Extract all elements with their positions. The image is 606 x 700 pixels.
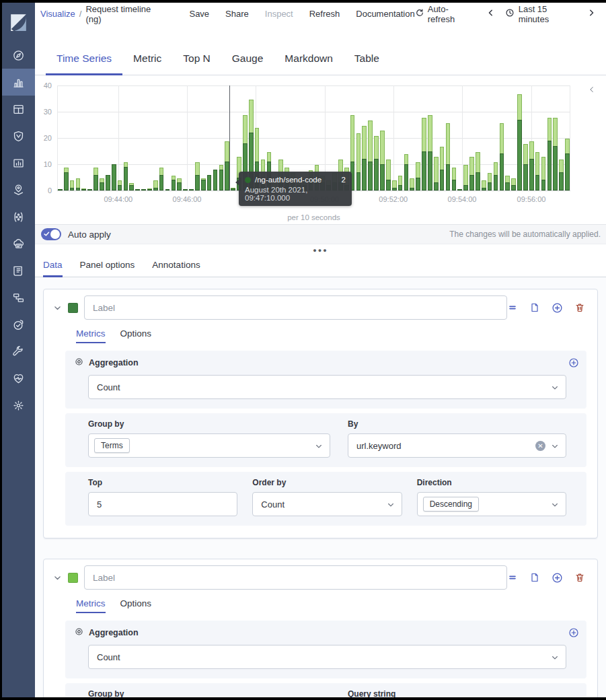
menu-save[interactable]: Save	[189, 9, 209, 19]
bar[interactable]	[457, 189, 462, 190]
bar[interactable]	[422, 118, 426, 190]
series-color-swatch[interactable]	[68, 303, 78, 313]
bar[interactable]	[219, 165, 224, 190]
direction-select[interactable]: Descending	[417, 492, 566, 516]
bar[interactable]	[58, 189, 63, 190]
time-range-picker[interactable]: Last 15 minutes	[505, 4, 577, 24]
bar[interactable]	[195, 162, 200, 190]
bar[interactable]	[124, 162, 128, 190]
bar[interactable]	[398, 176, 403, 190]
bar[interactable]	[463, 165, 468, 190]
menu-share[interactable]: Share	[225, 9, 249, 19]
aggregation-select[interactable]: Count	[88, 375, 566, 399]
aggregation-select[interactable]: Count	[88, 645, 566, 669]
eye-icon[interactable]	[75, 357, 83, 369]
sidebar-item-discover[interactable]	[2, 42, 35, 69]
bar[interactable]	[64, 168, 69, 190]
bar[interactable]	[135, 189, 140, 190]
bar[interactable]	[70, 180, 75, 190]
bar[interactable]	[177, 178, 182, 190]
bar[interactable]	[201, 178, 206, 190]
bar[interactable]	[87, 189, 92, 190]
bar[interactable]	[559, 160, 564, 190]
by-combobox[interactable]: url.keyword ✕	[348, 433, 566, 458]
tab-metrics[interactable]: Metrics	[76, 598, 106, 613]
bar[interactable]	[511, 178, 516, 190]
bar[interactable]	[147, 188, 152, 190]
bar[interactable]	[488, 173, 492, 190]
menu-documentation[interactable]: Documentation	[356, 9, 414, 19]
series-label-input[interactable]	[84, 565, 507, 590]
add-circle-icon[interactable]	[552, 572, 563, 584]
auto-apply-toggle[interactable]	[41, 228, 61, 240]
bar[interactable]	[106, 175, 110, 190]
bar[interactable]	[565, 139, 570, 190]
bar[interactable]	[100, 178, 104, 190]
trash-icon[interactable]	[574, 572, 585, 583]
sidebar-item-apm[interactable]	[2, 284, 35, 311]
bar[interactable]	[529, 141, 534, 190]
resize-handle[interactable]: ●●●	[35, 244, 606, 256]
clone-icon[interactable]	[529, 572, 540, 583]
sidebar-item-monitoring[interactable]	[2, 365, 35, 392]
bar[interactable]	[153, 180, 158, 190]
chevron-down-icon[interactable]	[53, 304, 62, 312]
time-prev-button[interactable]	[483, 8, 498, 20]
bar[interactable]	[553, 118, 558, 190]
bar[interactable]	[189, 189, 194, 190]
auto-refresh-button[interactable]: Auto-refresh	[415, 4, 474, 24]
bar[interactable]	[112, 164, 116, 190]
bar[interactable]	[428, 115, 432, 190]
bar[interactable]	[213, 170, 218, 190]
series-color-swatch[interactable]	[68, 573, 78, 583]
series-label-input[interactable]	[84, 295, 507, 320]
time-next-button[interactable]	[584, 8, 599, 20]
bar[interactable]	[231, 188, 235, 190]
tab-data[interactable]: Data	[43, 260, 63, 277]
bar[interactable]	[494, 162, 498, 190]
breadcrumb-app[interactable]: Visualize	[40, 9, 75, 19]
bar[interactable]	[434, 157, 439, 190]
tab-time-series[interactable]: Time Series	[46, 53, 122, 75]
bar[interactable]	[374, 136, 379, 190]
bar[interactable]	[505, 176, 510, 190]
order-by-select[interactable]: Count	[252, 492, 402, 516]
bar[interactable]	[535, 152, 540, 190]
kibana-logo[interactable]	[2, 3, 35, 42]
bar[interactable]	[446, 123, 451, 190]
tab-markdown[interactable]: Markdown	[274, 53, 344, 75]
bar[interactable]	[81, 188, 86, 190]
bar[interactable]	[541, 157, 546, 190]
drag-handle-icon[interactable]	[507, 572, 518, 583]
bar[interactable]	[362, 126, 367, 190]
tab-top-n[interactable]: Top N	[172, 53, 221, 75]
bar[interactable]	[368, 120, 373, 190]
sidebar-item-visualize[interactable]	[2, 69, 35, 96]
bar[interactable]	[404, 154, 409, 190]
menu-refresh[interactable]: Refresh	[309, 9, 340, 19]
sidebar-item-canvas[interactable]	[2, 149, 35, 176]
tab-metrics[interactable]: Metrics	[76, 328, 106, 343]
bar[interactable]	[452, 168, 457, 190]
bar[interactable]	[141, 189, 146, 190]
sidebar-item-dev-tools[interactable]	[2, 338, 35, 365]
bar[interactable]	[469, 157, 474, 190]
bar[interactable]	[129, 183, 134, 190]
drag-handle-icon[interactable]	[507, 302, 518, 313]
sidebar-item-dashboard[interactable]	[2, 96, 35, 123]
bar[interactable]	[523, 144, 528, 190]
bar[interactable]	[386, 160, 391, 190]
clear-x-icon[interactable]: ✕	[535, 441, 545, 451]
sidebar-item-uptime[interactable]	[2, 311, 35, 338]
sidebar-item-machine-learning[interactable]	[2, 203, 35, 230]
bar[interactable]	[500, 123, 504, 190]
tab-options[interactable]: Options	[120, 598, 152, 613]
tab-annotations[interactable]: Annotations	[152, 260, 200, 277]
tab-gauge[interactable]: Gauge	[221, 53, 274, 75]
top-input[interactable]	[88, 492, 237, 516]
add-circle-icon[interactable]	[552, 302, 563, 314]
bar[interactable]	[76, 178, 81, 190]
collapse-panel-button[interactable]	[589, 85, 595, 97]
bar[interactable]	[172, 176, 176, 190]
bar[interactable]	[416, 162, 420, 190]
